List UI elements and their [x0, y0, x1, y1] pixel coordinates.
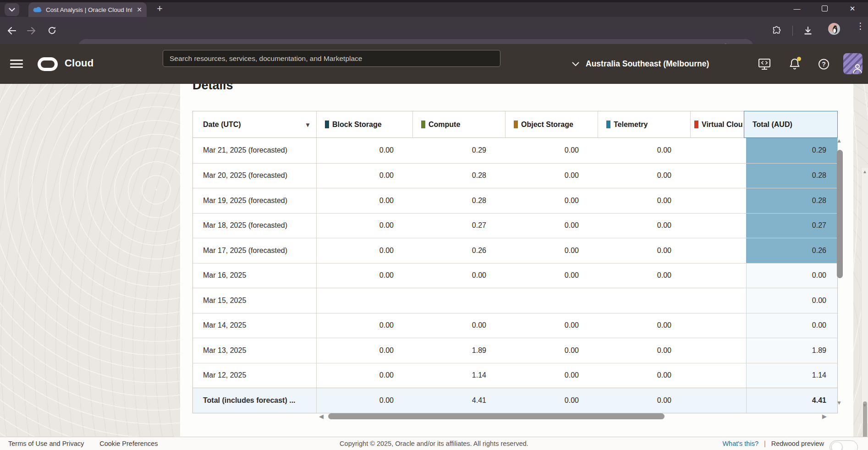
- downloads-button[interactable]: [800, 23, 816, 38]
- row-value: 4.41: [413, 388, 505, 413]
- search-input[interactable]: [163, 50, 500, 67]
- column-header[interactable]: Total (AUD): [744, 111, 838, 138]
- help-button[interactable]: ?: [819, 59, 829, 69]
- row-date: Mar 15, 2025: [193, 288, 317, 313]
- scroll-up-icon[interactable]: ▲: [836, 137, 842, 144]
- row-date: Mar 14, 2025: [193, 313, 317, 338]
- series-swatch-icon: [421, 121, 425, 128]
- row-total: 0.28: [746, 188, 837, 213]
- column-header[interactable]: Telemetry: [598, 111, 691, 137]
- hamburger-menu-icon[interactable]: [10, 58, 23, 69]
- table-row: Mar 16, 2025 0.00 0.00 0.00 0.00 0.00: [193, 263, 837, 288]
- scroll-up-icon[interactable]: ▲: [863, 169, 867, 174]
- oracle-logo[interactable]: [38, 57, 58, 71]
- table-row: Mar 13, 2025 0.00 1.89 0.00 0.00 1.89: [193, 338, 837, 363]
- redwood-preview-label: Redwood preview: [771, 440, 824, 447]
- row-value: 0.00: [413, 313, 505, 338]
- table-hscroll-thumb[interactable]: [328, 413, 665, 419]
- row-value: 0.00: [598, 164, 691, 188]
- table-row: Mar 14, 2025 0.00 0.00 0.00 0.00 0.00: [193, 313, 837, 338]
- row-value: 0.00: [598, 238, 691, 263]
- extensions-button[interactable]: [769, 23, 785, 38]
- cost-details-table: Date (UTC)▾Block StorageComputeObject St…: [192, 111, 838, 413]
- row-value: 1.14: [413, 363, 505, 388]
- row-value: [598, 288, 691, 313]
- browser-profile-avatar[interactable]: [828, 23, 840, 35]
- cloud-favicon: [33, 6, 42, 13]
- table-row: Mar 12, 2025 0.00 1.14 0.00 0.00 1.14: [193, 363, 837, 388]
- table-horizontal-scrollbar[interactable]: ◀ ▶: [319, 412, 829, 421]
- row-date: Mar 16, 2025: [193, 263, 317, 288]
- row-value: [505, 288, 598, 313]
- browser-toolbar: cloud.oracle.com/account-management/cost…: [0, 17, 868, 44]
- maximize-button[interactable]: [822, 5, 828, 11]
- scroll-right-icon[interactable]: ▶: [822, 413, 827, 420]
- reload-button[interactable]: [44, 23, 60, 38]
- row-total: 4.41: [746, 388, 837, 413]
- row-total: 0.27: [746, 214, 837, 238]
- region-label: Australia Southeast (Melbourne): [586, 59, 709, 69]
- column-header[interactable]: Block Storage: [317, 111, 413, 137]
- row-value: 0.00: [598, 214, 691, 238]
- column-header-label: Date (UTC): [203, 121, 241, 129]
- scroll-left-icon[interactable]: ◀: [319, 413, 324, 420]
- caret-down-icon[interactable]: ▾: [306, 121, 309, 128]
- row-value: 0.00: [598, 338, 691, 363]
- table-row: Total (includes forecast) ... 0.00 4.41 …: [193, 388, 837, 413]
- region-selector[interactable]: Australia Southeast (Melbourne): [572, 44, 709, 84]
- row-total: 0.00: [746, 263, 837, 288]
- row-value: 0.00: [598, 188, 691, 213]
- minimize-button[interactable]: —: [793, 5, 801, 12]
- cloud-shell-button[interactable]: [758, 58, 771, 70]
- column-header-label: Telemetry: [614, 121, 648, 129]
- forward-button[interactable]: [24, 23, 39, 38]
- whats-this-link[interactable]: What's this?: [722, 440, 758, 447]
- scroll-down-icon[interactable]: ▼: [863, 403, 867, 408]
- table-vscroll-thumb[interactable]: [837, 150, 843, 278]
- chevron-down-icon: [9, 8, 15, 12]
- column-header[interactable]: Compute: [413, 111, 505, 137]
- console-monitor-icon: [758, 58, 771, 70]
- row-value: 0.28: [413, 164, 505, 188]
- row-value: 0.29: [413, 138, 505, 163]
- column-header[interactable]: Date (UTC)▾: [193, 111, 317, 137]
- browser-tab[interactable]: Cost Analysis | Oracle Cloud Infr ✕: [28, 2, 147, 17]
- scroll-down-icon[interactable]: ▼: [836, 400, 842, 406]
- close-window-button[interactable]: ✕: [849, 5, 856, 13]
- notification-badge: [797, 57, 801, 61]
- row-total: 1.14: [746, 363, 837, 388]
- redwood-preview-toggle[interactable]: [830, 440, 858, 450]
- column-header-label: Block Storage: [332, 121, 382, 129]
- table-row: Mar 18, 2025 (forecasted) 0.00 0.27 0.00…: [193, 213, 837, 238]
- row-value: 0.00: [317, 388, 413, 413]
- cookie-preferences-link[interactable]: Cookie Preferences: [99, 440, 158, 447]
- toggle-knob: [831, 442, 842, 450]
- back-icon: [7, 27, 16, 35]
- row-value: [317, 288, 413, 313]
- browser-menu-button[interactable]: ⋮: [856, 21, 865, 31]
- row-value: 0.00: [505, 238, 598, 263]
- person-icon: [851, 62, 863, 74]
- table-vertical-scrollbar[interactable]: ▲ ▼: [835, 137, 845, 411]
- column-header-label: Compute: [429, 121, 460, 129]
- row-value: 0.00: [598, 313, 691, 338]
- page-scrollbar[interactable]: ▲ ▼: [861, 168, 868, 423]
- back-button[interactable]: [4, 23, 19, 38]
- row-value: 0.28: [413, 188, 505, 213]
- row-value: 0.00: [317, 313, 413, 338]
- table-row: Mar 15, 2025 0.00: [193, 288, 837, 313]
- notifications-button[interactable]: [789, 58, 800, 70]
- terms-link[interactable]: Terms of Use and Privacy: [8, 440, 84, 447]
- oci-profile-avatar[interactable]: [843, 53, 863, 74]
- row-date: Mar 18, 2025 (forecasted): [193, 214, 317, 238]
- row-total: 1.89: [746, 338, 837, 363]
- tab-list-button[interactable]: [5, 3, 19, 16]
- content-panel: Details Date (UTC)▾Block StorageComputeO…: [180, 84, 853, 437]
- new-tab-button[interactable]: +: [157, 3, 163, 15]
- row-value: 0.00: [505, 363, 598, 388]
- row-value: 0.00: [505, 138, 598, 163]
- oci-brand-label[interactable]: Cloud: [65, 57, 93, 69]
- row-value: 0.00: [505, 338, 598, 363]
- close-tab-icon[interactable]: ✕: [137, 6, 142, 13]
- column-header[interactable]: Object Storage: [505, 111, 598, 137]
